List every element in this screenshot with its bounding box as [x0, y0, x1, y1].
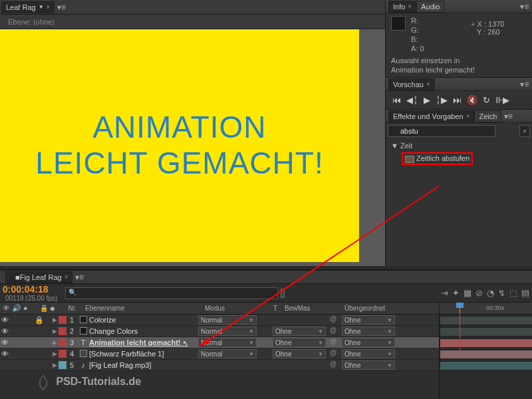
next-frame-button[interactable]: ╎▶ — [436, 95, 448, 105]
close-icon[interactable]: × — [47, 3, 51, 11]
tl-icon[interactable]: ⇥ — [441, 288, 448, 298]
tl-icon[interactable]: ▦ — [464, 288, 471, 298]
effects-tab[interactable]: Effekte und Vorgaben× — [388, 110, 474, 122]
info-tab[interactable]: Info× — [388, 1, 416, 13]
parent-dropdown[interactable]: Ohne▼ — [342, 327, 395, 336]
loop-button[interactable]: ↻ — [483, 95, 490, 105]
clip[interactable] — [440, 316, 532, 325]
effects-search-input[interactable] — [388, 125, 495, 137]
label-color[interactable] — [59, 338, 66, 346]
blend-mode-dropdown[interactable]: Normal▼ — [198, 349, 257, 358]
current-timecode[interactable]: 0:00:04:18 — [3, 284, 57, 295]
blend-mode-dropdown[interactable]: Normal▼ — [198, 327, 257, 336]
layer-type-icon: T — [78, 338, 88, 346]
pickwhip-icon[interactable]: @ — [329, 315, 338, 325]
layer-number: 5 — [66, 361, 77, 369]
solo-icon[interactable]: ● — [23, 304, 28, 313]
label-color[interactable] — [59, 361, 66, 369]
tl-icon[interactable]: ◔ — [487, 288, 494, 298]
panel-menu-icon[interactable]: ▾≡ — [74, 273, 84, 282]
panel-menu-icon[interactable]: ▾≡ — [520, 80, 529, 89]
close-icon[interactable]: × — [65, 273, 68, 281]
parent-dropdown[interactable]: Ohne▼ — [342, 349, 395, 358]
effects-group-zeit[interactable]: ▼ Zeit — [388, 140, 529, 151]
track-matte-dropdown[interactable]: Ohne▼ — [273, 327, 326, 336]
twirl-icon[interactable]: ▶ — [51, 339, 59, 346]
parent-dropdown[interactable]: Ohne▼ — [342, 360, 395, 370]
twirl-icon[interactable]: ▶ — [51, 350, 59, 357]
lock-icon[interactable]: 🔒 — [40, 305, 48, 312]
preview-tab[interactable]: Vorschau× — [388, 78, 435, 90]
first-frame-button[interactable]: ⏮ — [392, 95, 401, 105]
play-button[interactable]: ▶ — [424, 95, 430, 105]
tl-icon[interactable]: ⬚ — [509, 288, 517, 298]
visibility-toggle[interactable]: 👁 — [0, 316, 9, 324]
layer-number: 4 — [66, 350, 77, 358]
label-color[interactable] — [59, 327, 66, 335]
panel-menu-icon[interactable]: ▾≡ — [57, 3, 66, 12]
layer-name[interactable]: Animation leicht gemacht! ↖ — [88, 338, 196, 346]
prev-frame-button[interactable]: ◀╎ — [406, 95, 418, 105]
close-icon[interactable]: × — [466, 112, 470, 120]
tl-icon[interactable]: ▤ — [521, 288, 529, 298]
mute-button[interactable]: 🔇 — [467, 95, 477, 105]
effect-zeitlich-abstufen[interactable]: Zeitlich abstufen — [402, 152, 473, 165]
zeich-tab[interactable]: Zeich — [474, 110, 501, 122]
parent-dropdown[interactable]: Ohne▼ — [342, 315, 395, 325]
pickwhip-icon[interactable]: @ — [329, 338, 338, 347]
playhead[interactable] — [460, 303, 460, 314]
blend-mode-dropdown[interactable]: Normal▼ — [198, 338, 257, 347]
composition-tab[interactable]: Leaf Rag ▼ × — [1, 1, 55, 13]
twirl-icon[interactable]: ▶ — [51, 317, 59, 323]
dropdown-icon[interactable]: ▼ — [39, 4, 44, 10]
clear-search-button[interactable]: × — [519, 125, 530, 137]
visibility-toggle[interactable]: 👁 — [0, 327, 9, 335]
clip[interactable] — [440, 338, 532, 348]
label-icon[interactable]: ◆ — [50, 305, 55, 312]
playhead-line — [460, 315, 460, 354]
composition-viewer[interactable]: ANIMATION LEICHT GEMACHT! — [0, 29, 385, 266]
tl-icon[interactable]: ⊘ — [475, 288, 483, 298]
blend-mode-dropdown[interactable]: Normal▼ — [198, 315, 257, 325]
tl-icon[interactable]: ↯ — [498, 288, 505, 298]
pickwhip-icon[interactable]: @ — [329, 327, 338, 336]
label-color[interactable] — [59, 316, 66, 324]
layer-name[interactable]: Colorize — [88, 316, 196, 324]
label-color[interactable] — [59, 350, 66, 358]
composition-header: Leaf Rag ▼ × ▾≡ — [0, 0, 385, 15]
track-matte-dropdown[interactable]: Ohne▼ — [273, 338, 326, 347]
clip[interactable] — [440, 350, 532, 359]
parent-dropdown[interactable]: Ohne▼ — [342, 338, 395, 347]
panel-menu-icon[interactable]: ▾≡ — [520, 2, 529, 11]
dropdown-icon[interactable] — [281, 289, 285, 298]
close-icon[interactable]: × — [408, 3, 412, 10]
track-matte-dropdown[interactable]: Ohne▼ — [273, 349, 326, 358]
pickwhip-icon[interactable]: @ — [329, 349, 338, 358]
visibility-toggle[interactable]: 👁 — [0, 338, 9, 346]
ram-preview-button[interactable]: ⊪▶ — [495, 95, 509, 105]
timeline-search-input[interactable] — [65, 287, 278, 299]
clip[interactable] — [440, 327, 532, 336]
twirl-icon[interactable]: ▶ — [51, 362, 59, 368]
close-icon[interactable]: × — [426, 80, 430, 88]
fps-label: 00118 (25.00 fps) — [5, 295, 57, 302]
audio-icon[interactable]: 🔊 — [12, 304, 21, 313]
time-ruler[interactable]: 00:30s — [440, 303, 532, 315]
video-icon[interactable]: 👁 — [3, 304, 10, 313]
pickwhip-icon[interactable]: @ — [329, 360, 338, 370]
timeline-tab[interactable]: ■ Fig Leaf Rag× — [5, 271, 72, 283]
clip[interactable] — [440, 361, 532, 370]
layer-name[interactable]: [Schwarz Farbfläche 1] — [88, 350, 196, 358]
last-frame-button[interactable]: ⏭ — [453, 95, 462, 105]
panel-menu-icon[interactable]: ▾≡ — [503, 112, 513, 121]
visibility-toggle[interactable]: 👁 — [0, 350, 9, 358]
layer-name[interactable]: [Fig Leaf Rag.mp3] — [88, 361, 196, 369]
tl-icon[interactable]: ✦ — [452, 288, 460, 298]
info-panel: Info× Audio ▾≡ R: G: B: A: 0 + X : 1370 … — [386, 0, 532, 78]
watermark: PSD-Tutorials.de — [33, 372, 141, 392]
lock-toggle[interactable]: 🔒 — [28, 316, 51, 325]
twirl-icon[interactable]: ▶ — [51, 328, 59, 334]
cursor-y: 260 — [487, 28, 499, 36]
audio-tab[interactable]: Audio — [416, 1, 444, 13]
layer-name[interactable]: Change Colors — [88, 327, 196, 335]
